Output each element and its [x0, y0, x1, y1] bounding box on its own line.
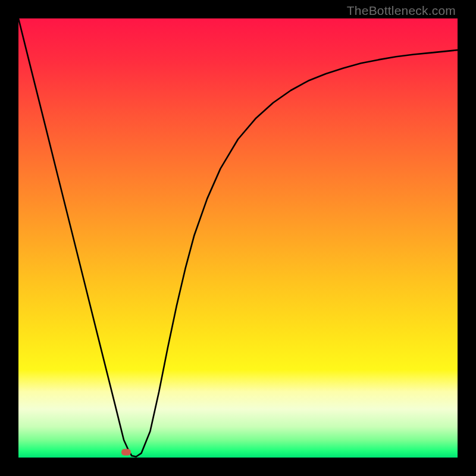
chart-frame [18, 18, 458, 458]
watermark-text: TheBottleneck.com [347, 4, 456, 18]
optimal-point-marker [121, 449, 131, 456]
bottleneck-curve [18, 18, 458, 458]
